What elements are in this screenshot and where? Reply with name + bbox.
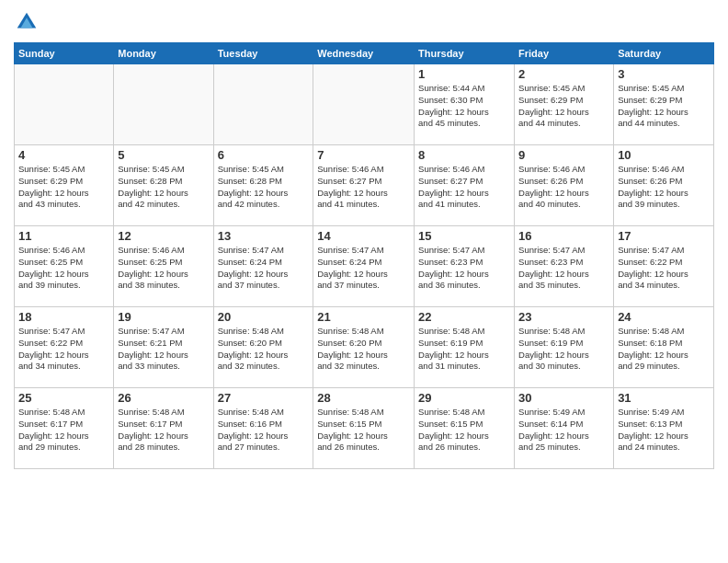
day-number: 22 bbox=[418, 310, 510, 324]
day-info: Sunrise: 5:45 AM Sunset: 6:29 PM Dayligh… bbox=[618, 83, 710, 130]
calendar-cell: 16Sunrise: 5:47 AM Sunset: 6:23 PM Dayli… bbox=[515, 226, 614, 307]
calendar-cell: 24Sunrise: 5:48 AM Sunset: 6:18 PM Dayli… bbox=[614, 307, 714, 388]
day-number: 23 bbox=[518, 310, 609, 324]
day-number: 13 bbox=[218, 229, 310, 243]
day-info: Sunrise: 5:46 AM Sunset: 6:26 PM Dayligh… bbox=[618, 164, 710, 211]
week-row-1: 1Sunrise: 5:44 AM Sunset: 6:30 PM Daylig… bbox=[15, 64, 714, 145]
day-number: 1 bbox=[418, 67, 510, 81]
calendar-cell: 29Sunrise: 5:48 AM Sunset: 6:15 PM Dayli… bbox=[415, 388, 515, 469]
week-row-3: 11Sunrise: 5:46 AM Sunset: 6:25 PM Dayli… bbox=[15, 226, 714, 307]
day-number: 21 bbox=[317, 310, 410, 324]
calendar-cell bbox=[313, 64, 415, 145]
day-info: Sunrise: 5:45 AM Sunset: 6:28 PM Dayligh… bbox=[218, 164, 310, 211]
calendar-cell: 31Sunrise: 5:49 AM Sunset: 6:13 PM Dayli… bbox=[614, 388, 714, 469]
day-info: Sunrise: 5:47 AM Sunset: 6:21 PM Dayligh… bbox=[118, 326, 209, 373]
calendar-cell: 12Sunrise: 5:46 AM Sunset: 6:25 PM Dayli… bbox=[114, 226, 213, 307]
day-info: Sunrise: 5:45 AM Sunset: 6:28 PM Dayligh… bbox=[118, 164, 209, 211]
weekday-header-friday: Friday bbox=[515, 43, 614, 64]
calendar-cell: 13Sunrise: 5:47 AM Sunset: 6:24 PM Dayli… bbox=[213, 226, 313, 307]
day-number: 4 bbox=[18, 148, 109, 162]
day-info: Sunrise: 5:48 AM Sunset: 6:20 PM Dayligh… bbox=[317, 326, 410, 373]
day-number: 14 bbox=[317, 229, 410, 243]
calendar-cell: 15Sunrise: 5:47 AM Sunset: 6:23 PM Dayli… bbox=[415, 226, 515, 307]
week-row-4: 18Sunrise: 5:47 AM Sunset: 6:22 PM Dayli… bbox=[15, 307, 714, 388]
day-number: 12 bbox=[118, 229, 209, 243]
day-info: Sunrise: 5:47 AM Sunset: 6:22 PM Dayligh… bbox=[618, 245, 710, 292]
calendar-cell: 27Sunrise: 5:48 AM Sunset: 6:16 PM Dayli… bbox=[213, 388, 313, 469]
day-number: 6 bbox=[218, 148, 310, 162]
calendar-cell: 17Sunrise: 5:47 AM Sunset: 6:22 PM Dayli… bbox=[614, 226, 714, 307]
day-info: Sunrise: 5:47 AM Sunset: 6:22 PM Dayligh… bbox=[18, 326, 109, 373]
weekday-header-tuesday: Tuesday bbox=[213, 43, 313, 64]
day-info: Sunrise: 5:45 AM Sunset: 6:29 PM Dayligh… bbox=[518, 83, 609, 130]
day-info: Sunrise: 5:46 AM Sunset: 6:25 PM Dayligh… bbox=[18, 245, 109, 292]
day-info: Sunrise: 5:45 AM Sunset: 6:29 PM Dayligh… bbox=[18, 164, 109, 211]
calendar-cell: 22Sunrise: 5:48 AM Sunset: 6:19 PM Dayli… bbox=[415, 307, 515, 388]
calendar-cell: 9Sunrise: 5:46 AM Sunset: 6:26 PM Daylig… bbox=[515, 145, 614, 226]
day-info: Sunrise: 5:48 AM Sunset: 6:20 PM Dayligh… bbox=[218, 326, 310, 373]
calendar-cell: 25Sunrise: 5:48 AM Sunset: 6:17 PM Dayli… bbox=[15, 388, 114, 469]
calendar-cell: 19Sunrise: 5:47 AM Sunset: 6:21 PM Dayli… bbox=[114, 307, 213, 388]
page: SundayMondayTuesdayWednesdayThursdayFrid… bbox=[0, 0, 728, 563]
header bbox=[14, 9, 714, 35]
calendar-cell: 20Sunrise: 5:48 AM Sunset: 6:20 PM Dayli… bbox=[213, 307, 313, 388]
weekday-header-sunday: Sunday bbox=[15, 43, 114, 64]
weekday-header-saturday: Saturday bbox=[614, 43, 714, 64]
logo bbox=[14, 9, 43, 35]
day-number: 28 bbox=[317, 391, 410, 405]
week-row-5: 25Sunrise: 5:48 AM Sunset: 6:17 PM Dayli… bbox=[15, 388, 714, 469]
day-number: 8 bbox=[418, 148, 510, 162]
logo-icon bbox=[14, 9, 40, 35]
calendar-cell: 10Sunrise: 5:46 AM Sunset: 6:26 PM Dayli… bbox=[614, 145, 714, 226]
day-number: 10 bbox=[618, 148, 710, 162]
day-info: Sunrise: 5:47 AM Sunset: 6:24 PM Dayligh… bbox=[317, 245, 410, 292]
calendar-cell bbox=[15, 64, 114, 145]
calendar-cell: 7Sunrise: 5:46 AM Sunset: 6:27 PM Daylig… bbox=[313, 145, 415, 226]
day-number: 16 bbox=[518, 229, 609, 243]
day-number: 18 bbox=[18, 310, 109, 324]
day-number: 15 bbox=[418, 229, 510, 243]
day-info: Sunrise: 5:48 AM Sunset: 6:15 PM Dayligh… bbox=[418, 407, 510, 454]
weekday-header-row: SundayMondayTuesdayWednesdayThursdayFrid… bbox=[15, 43, 714, 64]
calendar-cell bbox=[213, 64, 313, 145]
weekday-header-thursday: Thursday bbox=[415, 43, 515, 64]
day-info: Sunrise: 5:47 AM Sunset: 6:23 PM Dayligh… bbox=[418, 245, 510, 292]
day-number: 20 bbox=[218, 310, 310, 324]
calendar-cell: 28Sunrise: 5:48 AM Sunset: 6:15 PM Dayli… bbox=[313, 388, 415, 469]
day-info: Sunrise: 5:49 AM Sunset: 6:14 PM Dayligh… bbox=[518, 407, 609, 454]
day-number: 24 bbox=[618, 310, 710, 324]
day-number: 30 bbox=[518, 391, 609, 405]
calendar-cell: 3Sunrise: 5:45 AM Sunset: 6:29 PM Daylig… bbox=[614, 64, 714, 145]
calendar-cell: 23Sunrise: 5:48 AM Sunset: 6:19 PM Dayli… bbox=[515, 307, 614, 388]
day-number: 7 bbox=[317, 148, 410, 162]
day-number: 31 bbox=[618, 391, 710, 405]
day-number: 27 bbox=[218, 391, 310, 405]
day-info: Sunrise: 5:48 AM Sunset: 6:18 PM Dayligh… bbox=[618, 326, 710, 373]
day-info: Sunrise: 5:48 AM Sunset: 6:17 PM Dayligh… bbox=[118, 407, 209, 454]
day-number: 19 bbox=[118, 310, 209, 324]
day-number: 3 bbox=[618, 67, 710, 81]
calendar-cell: 8Sunrise: 5:46 AM Sunset: 6:27 PM Daylig… bbox=[415, 145, 515, 226]
calendar-cell: 4Sunrise: 5:45 AM Sunset: 6:29 PM Daylig… bbox=[15, 145, 114, 226]
day-info: Sunrise: 5:48 AM Sunset: 6:19 PM Dayligh… bbox=[518, 326, 609, 373]
calendar-cell: 6Sunrise: 5:45 AM Sunset: 6:28 PM Daylig… bbox=[213, 145, 313, 226]
weekday-header-monday: Monday bbox=[114, 43, 213, 64]
day-info: Sunrise: 5:49 AM Sunset: 6:13 PM Dayligh… bbox=[618, 407, 710, 454]
calendar-cell: 1Sunrise: 5:44 AM Sunset: 6:30 PM Daylig… bbox=[415, 64, 515, 145]
calendar-cell: 30Sunrise: 5:49 AM Sunset: 6:14 PM Dayli… bbox=[515, 388, 614, 469]
day-info: Sunrise: 5:48 AM Sunset: 6:15 PM Dayligh… bbox=[317, 407, 410, 454]
day-info: Sunrise: 5:46 AM Sunset: 6:26 PM Dayligh… bbox=[518, 164, 609, 211]
calendar-cell: 18Sunrise: 5:47 AM Sunset: 6:22 PM Dayli… bbox=[15, 307, 114, 388]
week-row-2: 4Sunrise: 5:45 AM Sunset: 6:29 PM Daylig… bbox=[15, 145, 714, 226]
day-info: Sunrise: 5:47 AM Sunset: 6:23 PM Dayligh… bbox=[518, 245, 609, 292]
calendar-cell bbox=[114, 64, 213, 145]
calendar-cell: 5Sunrise: 5:45 AM Sunset: 6:28 PM Daylig… bbox=[114, 145, 213, 226]
day-number: 5 bbox=[118, 148, 209, 162]
day-number: 9 bbox=[518, 148, 609, 162]
day-info: Sunrise: 5:48 AM Sunset: 6:19 PM Dayligh… bbox=[418, 326, 510, 373]
day-info: Sunrise: 5:48 AM Sunset: 6:17 PM Dayligh… bbox=[18, 407, 109, 454]
day-number: 25 bbox=[18, 391, 109, 405]
day-number: 17 bbox=[618, 229, 710, 243]
day-number: 11 bbox=[18, 229, 109, 243]
day-info: Sunrise: 5:44 AM Sunset: 6:30 PM Dayligh… bbox=[418, 83, 510, 130]
